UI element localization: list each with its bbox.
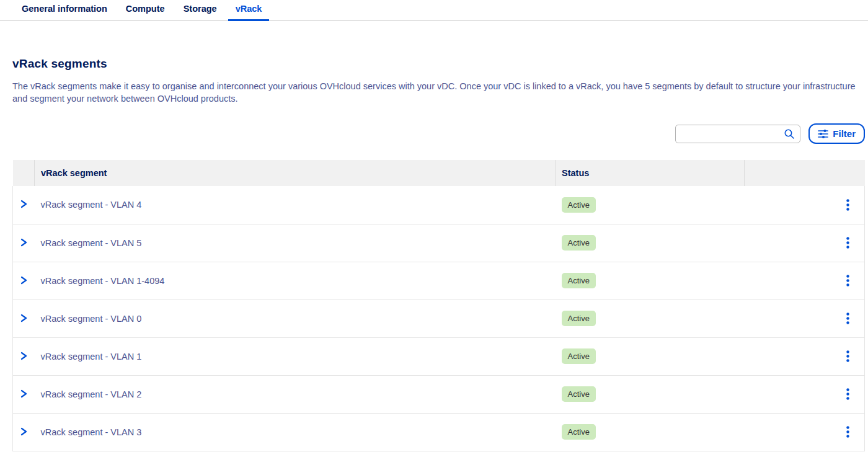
expand-row-button[interactable] (17, 236, 30, 250)
chevron-right-icon (19, 314, 28, 322)
segment-link[interactable]: vRack segment - VLAN 0 (41, 314, 142, 324)
header-expand-column (13, 160, 35, 186)
table-row: vRack segment - VLAN 3 Active (13, 413, 865, 451)
kebab-icon (846, 426, 849, 438)
table-row: vRack segment - VLAN 0 Active (13, 299, 865, 337)
status-badge: Active (562, 424, 596, 440)
chevron-right-icon (19, 200, 28, 208)
status-badge: Active (562, 273, 596, 288)
segment-link[interactable]: vRack segment - VLAN 5 (41, 238, 142, 248)
filter-button-label: Filter (833, 128, 856, 139)
header-actions-column (745, 160, 865, 186)
kebab-menu-button[interactable] (843, 424, 853, 440)
table-toolbar: Filter (12, 123, 865, 144)
tab-bar: General information Compute Storage vRac… (0, 0, 868, 21)
status-badge: Active (562, 311, 596, 326)
filter-button[interactable]: Filter (808, 123, 865, 144)
segment-link[interactable]: vRack segment - VLAN 3 (41, 427, 142, 437)
table-row: vRack segment - VLAN 4 Active (13, 186, 865, 224)
expand-row-button[interactable] (17, 425, 30, 439)
table-row: vRack segment - VLAN 5 Active (13, 224, 865, 262)
expand-row-button[interactable] (17, 198, 30, 211)
header-vrack-segment: vRack segment (35, 160, 556, 186)
kebab-menu-button[interactable] (843, 310, 853, 327)
expand-row-button[interactable] (17, 312, 30, 326)
segment-link[interactable]: vRack segment - VLAN 1-4094 (41, 276, 165, 286)
expand-row-button[interactable] (17, 350, 30, 363)
segment-link[interactable]: vRack segment - VLAN 4 (41, 200, 142, 210)
filter-sliders-icon (818, 129, 828, 139)
kebab-menu-button[interactable] (843, 386, 853, 402)
tab-storage[interactable]: Storage (176, 0, 224, 20)
vrack-segments-table: vRack segment Status vRack segment - VLA… (12, 160, 865, 451)
expand-row-button[interactable] (17, 274, 30, 288)
kebab-menu-button[interactable] (843, 348, 853, 365)
kebab-icon (846, 275, 849, 286)
page-title: vRack segments (12, 57, 856, 71)
segment-link[interactable]: vRack segment - VLAN 1 (41, 352, 142, 362)
header-status: Status (556, 160, 745, 186)
chevron-right-icon (19, 276, 28, 285)
expand-row-button[interactable] (17, 388, 30, 401)
table-row: vRack segment - VLAN 2 Active (13, 375, 865, 413)
status-badge: Active (562, 197, 596, 213)
kebab-icon (846, 350, 849, 362)
kebab-icon (846, 199, 849, 211)
kebab-icon (846, 313, 849, 324)
tab-compute[interactable]: Compute (118, 0, 172, 20)
kebab-icon (846, 237, 849, 249)
search-input[interactable] (675, 125, 800, 143)
search-box (675, 125, 800, 143)
table-row: vRack segment - VLAN 1 Active (13, 337, 865, 375)
kebab-menu-button[interactable] (843, 197, 853, 213)
kebab-menu-button[interactable] (843, 272, 853, 289)
chevron-right-icon (19, 352, 28, 360)
page-description: The vRack segments make it easy to organ… (12, 81, 856, 105)
chevron-right-icon (19, 238, 28, 247)
chevron-right-icon (19, 389, 28, 398)
tab-vrack[interactable]: vRack (228, 0, 270, 20)
status-badge: Active (562, 348, 596, 364)
kebab-icon (846, 388, 849, 400)
table-header-row: vRack segment Status (13, 160, 865, 186)
tab-general-information[interactable]: General information (14, 0, 115, 20)
search-icon[interactable] (784, 128, 795, 140)
status-badge: Active (562, 235, 596, 251)
kebab-menu-button[interactable] (843, 234, 853, 251)
status-badge: Active (562, 386, 596, 402)
table-row: vRack segment - VLAN 1-4094 Active (13, 262, 865, 299)
chevron-right-icon (19, 427, 28, 436)
segment-link[interactable]: vRack segment - VLAN 2 (41, 389, 142, 399)
